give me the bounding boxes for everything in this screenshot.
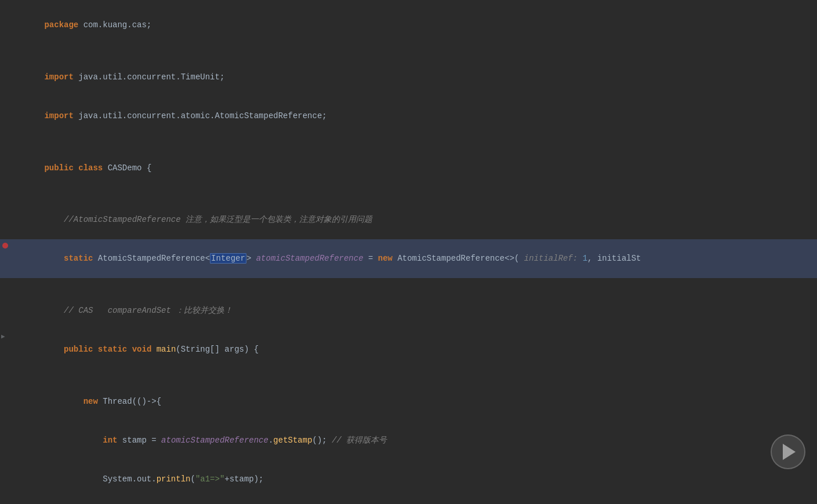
comment-1: //AtomicStampedReference 注意，如果泛型是一个包装类，注… <box>44 215 372 224</box>
comment-cas: // CAS compareAndSet ：比较并交换！ <box>44 306 233 315</box>
line-margin-12: ▶ <box>0 330 12 369</box>
line-content-7 <box>12 187 817 200</box>
line-content-1: package com.kuang.cas; <box>12 6 817 45</box>
keyword-int: int <box>103 436 117 445</box>
line-content-5 <box>12 136 817 148</box>
keyword-new-1: new <box>378 254 393 263</box>
line-content-11: // CAS compareAndSet ：比较并交换！ <box>12 291 817 330</box>
code-text <box>44 345 64 354</box>
code-text: java.util.concurrent.TimeUnit; <box>74 72 224 82</box>
line-content-17 <box>12 499 817 504</box>
code-text: CASDemo { <box>103 163 151 173</box>
line-content-3: import java.util.concurrent.TimeUnit; <box>12 58 817 97</box>
var-atomic-ref-2: atomicStampedReference <box>161 436 268 445</box>
code-line-12: ▶ public static void main(String[] args)… <box>0 330 817 369</box>
code-line-10 <box>0 278 817 291</box>
num-1: 1 <box>583 254 587 263</box>
code-line-7 <box>0 187 817 200</box>
keyword-class: class <box>78 163 103 173</box>
code-line-4: import java.util.concurrent.atomic.Atomi… <box>0 97 817 136</box>
method-main: main <box>157 345 176 354</box>
play-button[interactable] <box>771 434 805 469</box>
code-text <box>44 254 64 263</box>
code-line-2 <box>0 45 817 57</box>
keyword-void: void <box>132 345 152 354</box>
code-line-15: int stamp = atomicStampedReference.getSt… <box>0 421 817 460</box>
keyword-package: package <box>44 20 78 30</box>
code-text <box>93 345 97 354</box>
code-text <box>44 397 83 406</box>
code-text <box>127 345 132 354</box>
code-line-14: new Thread(()->{ <box>0 382 817 421</box>
comment-getstamp: // 获得版本号 <box>332 436 387 445</box>
code-text <box>74 163 78 173</box>
keyword-public-1: public <box>44 163 73 173</box>
line-content-8: //AtomicStampedReference 注意，如果泛型是一个包装类，注… <box>12 200 817 239</box>
line-content-9: static AtomicStampedReference<Integer> a… <box>12 239 817 278</box>
selected-integer: Integer <box>210 253 246 264</box>
code-line-5 <box>0 136 817 148</box>
code-text: Thread(()->{ <box>98 397 161 406</box>
code-text <box>44 436 103 445</box>
line-content-16: System.out.println("a1=>"+stamp); <box>12 460 817 499</box>
code-line-9: static AtomicStampedReference<Integer> a… <box>0 239 817 278</box>
code-line-1: package com.kuang.cas; <box>0 6 817 45</box>
keyword-static: static <box>64 254 93 263</box>
line-content-10 <box>12 278 817 291</box>
code-text: AtomicStampedReference<Integer> atomicSt… <box>93 253 641 264</box>
code-text: ( <box>190 474 195 484</box>
code-text: com.kuang.cas; <box>78 20 151 30</box>
string-a1: "a1=>" <box>195 474 224 484</box>
code-text: (String[] args) { <box>176 345 259 354</box>
line-content-12: public static void main(String[] args) { <box>12 330 817 369</box>
keyword-import-2: import <box>44 111 73 120</box>
line-content-2 <box>12 45 817 57</box>
param-initialref: initialRef: <box>524 254 578 263</box>
code-line-11: // CAS compareAndSet ：比较并交换！ <box>0 291 817 330</box>
code-line-17 <box>0 499 817 504</box>
code-text <box>151 345 156 354</box>
line-content-15: int stamp = atomicStampedReference.getSt… <box>12 421 817 460</box>
breakpoint-marker <box>2 243 8 249</box>
keyword-public-2: public <box>64 345 93 354</box>
line-content-4: import java.util.concurrent.atomic.Atomi… <box>12 97 817 136</box>
keyword-static-2: static <box>98 345 127 354</box>
code-text: System.out. <box>44 474 156 484</box>
method-println-1: println <box>157 474 191 484</box>
code-line-16: System.out.println("a1=>"+stamp); <box>0 460 817 499</box>
code-line-3: import java.util.concurrent.TimeUnit; <box>0 58 817 97</box>
method-getstamp-1: getStamp <box>273 436 312 445</box>
line-margin-9 <box>0 239 12 278</box>
keyword-new-2: new <box>83 397 98 406</box>
code-text: +stamp); <box>224 474 263 484</box>
code-text: java.util.concurrent.atomic.AtomicStampe… <box>74 111 327 120</box>
code-editor: package com.kuang.cas; import java.util.… <box>0 0 817 504</box>
code-line-6: public class CASDemo { <box>0 148 817 187</box>
line-content-6: public class CASDemo { <box>12 148 817 187</box>
line-content-14: new Thread(()->{ <box>12 382 817 421</box>
code-line-13 <box>0 369 817 382</box>
keyword-import-1: import <box>44 72 73 82</box>
line-content-13 <box>12 369 817 382</box>
code-line-8: //AtomicStampedReference 注意，如果泛型是一个包装类，注… <box>0 200 817 239</box>
code-text: stamp = <box>117 436 161 445</box>
var-atomic-ref-1: atomicStampedReference <box>256 254 364 263</box>
lambda-marker: ▶ <box>1 332 5 342</box>
code-text: (); <box>313 436 332 445</box>
